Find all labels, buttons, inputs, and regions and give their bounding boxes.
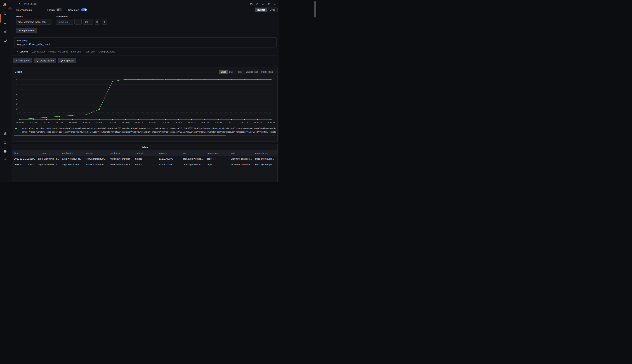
chevron-down-icon — [78, 21, 80, 23]
explain-label: Explain — [47, 8, 55, 11]
table-row[interactable]: 2023-11-21 15:31:4...argo_workflows_p...… — [12, 162, 278, 168]
table-column-header[interactable]: prometheus — [253, 150, 278, 156]
query-toolbar: Query patterns Explain Raw query Builder… — [12, 7, 278, 12]
query-help-icon[interactable] — [250, 2, 253, 6]
operations-button[interactable]: Operations — [16, 28, 37, 33]
svg-text:0: 0 — [17, 118, 18, 120]
table-column-header[interactable]: Time — [12, 150, 36, 156]
table-cell: 10.1.3.4:9090 — [157, 156, 181, 162]
operations-button-label: Operations — [22, 29, 35, 32]
raw-query-label: Raw query — [17, 39, 274, 42]
svg-text:30: 30 — [16, 88, 18, 90]
metric-select[interactable]: argo_workflows_pods_count — [16, 19, 52, 24]
builder-mode-button[interactable]: Builder — [255, 8, 267, 12]
raw-query-toggle[interactable] — [81, 8, 87, 11]
table-cell: workflow-controlle... — [229, 156, 253, 162]
svg-text:15:27:00: 15:27:00 — [16, 122, 24, 124]
query-patterns-dropdown[interactable]: Query patterns — [16, 8, 35, 11]
svg-text:20: 20 — [16, 98, 18, 100]
favorites-star-icon[interactable] — [3, 20, 7, 24]
viz-tab-lines[interactable]: Lines — [219, 70, 228, 74]
option-summary-item: Legend: Auto — [32, 50, 45, 53]
remove-filter-button[interactable] — [95, 19, 99, 24]
viz-tab-points[interactable]: Points — [235, 70, 244, 74]
alerting-bell-icon[interactable] — [3, 47, 7, 51]
settings-gear-icon[interactable] — [3, 132, 7, 136]
help-icon[interactable] — [3, 158, 7, 162]
graph-svg[interactable]: 051015202530354015:27:0015:27:1515:27:30… — [14, 75, 276, 126]
svg-text:35: 35 — [16, 83, 18, 86]
scrollbar-thumb[interactable] — [14, 135, 226, 136]
history-clock-icon — [36, 59, 39, 62]
table-column-header[interactable]: cluster — [84, 150, 109, 156]
page-vertical-scrollbar[interactable] — [314, 1, 316, 181]
viz-tab-bars[interactable]: Bars — [228, 70, 235, 74]
table-column-header[interactable]: pod — [229, 150, 253, 156]
results-table: Time__name__applicationclustercontainere… — [12, 150, 277, 167]
remove-query-trash-icon[interactable] — [267, 2, 271, 6]
legend-item[interactable]: {__name__="argo_workflows_pods_count", a… — [15, 130, 276, 134]
add-filter-button[interactable] — [102, 19, 107, 24]
security-shield-icon[interactable] — [3, 140, 7, 144]
dashboards-icon[interactable] — [3, 30, 7, 33]
graph-horizontal-scrollbar[interactable] — [14, 135, 276, 136]
svg-text:15:28:15: 15:28:15 — [82, 122, 90, 124]
graph-panel: Graph LinesBarsPointsStacked linesStacke… — [12, 68, 278, 142]
explore-compass-icon[interactable] — [3, 38, 7, 42]
option-summary-item: Step: auto — [71, 50, 81, 53]
explain-toggle[interactable] — [57, 8, 62, 11]
query-name[interactable]: A — [19, 3, 20, 5]
svg-text:15:29:45: 15:29:45 — [161, 122, 169, 124]
query-row-actions — [250, 2, 277, 6]
toggle-knob — [84, 9, 87, 11]
table-column-header[interactable]: instance — [157, 150, 181, 156]
table-column-header[interactable]: job — [181, 150, 205, 156]
user-avatar[interactable] — [3, 149, 7, 153]
table-row[interactable]: 2023-11-21 15:31:4...argo_workflows_p...… — [12, 156, 278, 162]
search-icon[interactable] — [3, 12, 7, 16]
table-column-header[interactable]: container — [109, 150, 133, 156]
table-cell: argo-workflow-de... — [60, 162, 85, 168]
inspector-label: Inspector — [64, 59, 74, 62]
inspector-button[interactable]: Inspector — [58, 58, 76, 63]
label-value-select[interactable]: argo — [83, 19, 93, 24]
query-history-button[interactable]: Query history — [34, 58, 56, 63]
table-cell: kube-system/pro... — [253, 156, 278, 162]
viz-tab-stacked-bars[interactable]: Stacked bars — [260, 70, 275, 74]
table-column-header[interactable]: __name__ — [36, 150, 60, 156]
table-cell: 2023-11-21 15:31:4... — [12, 156, 36, 162]
duplicate-query-icon[interactable] — [256, 2, 259, 6]
add-query-button[interactable]: Add query — [13, 58, 32, 63]
operator-select[interactable]: = — [74, 19, 82, 24]
table-cell: 2023-11-21 15:31:4... — [12, 162, 36, 168]
scrollbar-thumb[interactable] — [314, 1, 316, 18]
viz-tab-stacked-lines[interactable]: Stacked lines — [244, 70, 259, 74]
code-mode-button[interactable]: Code — [267, 8, 277, 12]
options-label: Options — [20, 50, 28, 53]
label-name-select[interactable]: Select label — [56, 19, 73, 24]
collapse-query-chevron-icon[interactable] — [14, 3, 17, 5]
grafana-logo-icon[interactable] — [2, 2, 8, 8]
metric-value: argo_workflows_pods_count — [18, 20, 46, 23]
expand-sidebar-button[interactable] — [9, 7, 12, 10]
table-column-header[interactable]: endpoint — [133, 150, 157, 156]
query-builder: Metric argo_workflows_pods_count Label f… — [12, 16, 278, 24]
table-column-header[interactable]: application — [60, 150, 85, 156]
drag-handle-icon[interactable] — [273, 2, 277, 6]
table-cell: cch3s2nqtakrfu9f... — [84, 162, 109, 168]
chevron-right-icon — [16, 51, 19, 53]
query-history-label: Query history — [40, 59, 54, 62]
toggle-knob — [57, 9, 59, 11]
table-cell: argo/argo-workflo... — [181, 162, 205, 168]
option-summary-item: Exemplars: false — [98, 50, 115, 53]
svg-text:15:31:45: 15:31:45 — [267, 122, 275, 124]
options-toggle[interactable]: Options — [16, 50, 28, 53]
info-circle-icon — [60, 59, 63, 62]
table-body: 2023-11-21 15:31:4...argo_workflows_p...… — [12, 156, 278, 168]
table-column-header[interactable]: namespace — [205, 150, 229, 156]
legend-item[interactable]: {__name__="argo_workflows_pods_count", a… — [15, 126, 276, 130]
table-cell: argo-workflow-de... — [60, 156, 85, 162]
hide-response-eye-icon[interactable] — [262, 2, 265, 6]
sidebar-nav — [3, 12, 7, 51]
raw-query-preview: Raw query argo_workflows_pods_count — [14, 38, 277, 48]
